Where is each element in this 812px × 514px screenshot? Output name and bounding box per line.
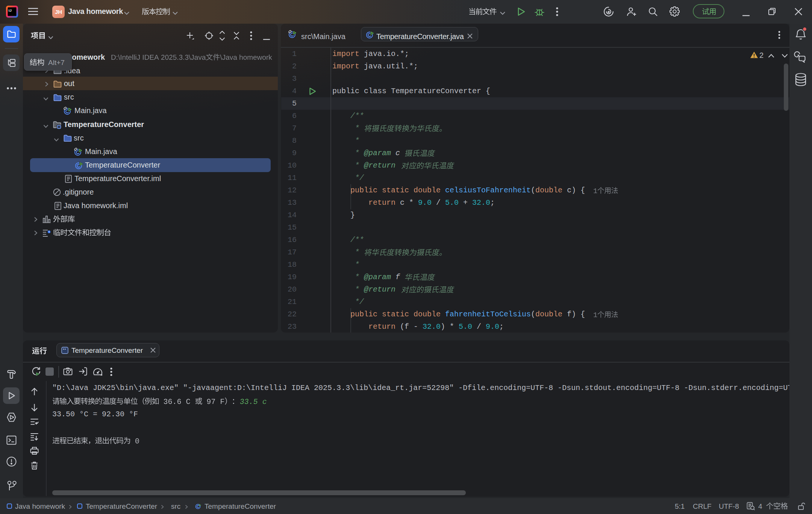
svg-text:IJ: IJ [9,8,12,12]
